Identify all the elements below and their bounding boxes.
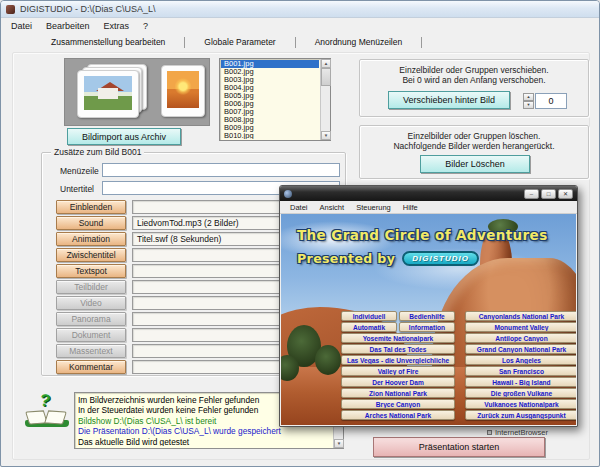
tab-zusammenstellung[interactable]: Zusammenstellung bearbeiten xyxy=(45,35,171,49)
menu-help[interactable]: ? xyxy=(136,20,155,32)
spinner-down-icon[interactable]: ▼ xyxy=(523,101,534,109)
menu-button-zion[interactable]: Zion National Park xyxy=(341,388,455,398)
menu-button-grosse-vulkane[interactable]: Die großen Vulkane xyxy=(465,388,576,398)
position-value[interactable]: 0 xyxy=(535,93,567,109)
video-button: Video xyxy=(56,296,126,310)
menu-button-individuell[interactable]: Individuell xyxy=(341,311,397,321)
delete-groupbox: Einzelbilder oder Gruppen löschen. Nachf… xyxy=(359,125,589,179)
menu-button-las-vegas[interactable]: Las Vegas - die Unvergleichliche xyxy=(341,355,455,365)
menu-bar: Datei Bearbeiten Extras ? xyxy=(1,18,599,33)
scroll-down-icon[interactable]: ▼ xyxy=(321,131,331,140)
menu-extras[interactable]: Extras xyxy=(97,20,137,32)
menuzeile-input[interactable] xyxy=(102,163,340,177)
internet-browser-label: InternetBrowser xyxy=(495,428,548,437)
tab-globale-parameter[interactable]: Globale Parameter xyxy=(198,35,281,49)
house-body xyxy=(98,88,117,100)
spinner-up-icon[interactable]: ▲ xyxy=(523,93,534,101)
menu-button-tal-des-todes[interactable]: Das Tal des Todes xyxy=(341,344,455,354)
slide-stack-front xyxy=(77,70,139,118)
internet-browser-option[interactable]: InternetBrowser xyxy=(487,428,548,437)
menu-button-bedienhilfe[interactable]: Bedienhilfe xyxy=(399,311,455,321)
menu-button-vulkanoes[interactable]: Vulkanoes Nationalpark xyxy=(465,399,576,409)
main-window: DIGISTUDIO - D:\(Dias C\USA_L\ Datei Bea… xyxy=(0,0,600,467)
help-book-icon: ? xyxy=(25,394,69,430)
image-list: B001.jpg B002.jpg B003.jpg B004.jpg B005… xyxy=(221,60,319,139)
menu-button-information[interactable]: Information xyxy=(399,322,455,332)
preview-window: – □ ✕ Datei Ansicht Steuerung Hilfe The … xyxy=(279,185,578,427)
preview-menu-hilfe[interactable]: Hilfe xyxy=(397,203,424,212)
digistudio-logo: DIGISTUDIO xyxy=(402,251,479,266)
presented-by-text: Presented by xyxy=(297,251,395,266)
menu-button-antilope-canyon[interactable]: Antilope Canyon xyxy=(465,333,576,343)
list-scrollbar[interactable]: ▲ ▼ xyxy=(320,59,330,140)
dokument-button: Dokument xyxy=(56,328,126,342)
slide-import-graphic xyxy=(64,58,210,126)
question-mark-icon: ? xyxy=(39,390,52,411)
delete-text-line2: Nachfolgende Bilder werden herangerückt. xyxy=(360,141,588,151)
menu-datei[interactable]: Datei xyxy=(4,20,39,32)
checkbox-icon[interactable] xyxy=(487,430,492,435)
preview-menu-steuerung[interactable]: Steuerung xyxy=(350,203,397,212)
preview-subheading-row: Presented by DIGISTUDIO xyxy=(297,251,479,266)
preview-heading: The Grand Circle of Adventures xyxy=(297,227,548,243)
kommentar-button[interactable]: Kommentar xyxy=(56,360,126,374)
menu-button-canyonlands[interactable]: Canyonlands National Park xyxy=(465,311,576,321)
preview-window-icon xyxy=(284,190,292,198)
status-line: Die Präsentation D:\(Dias C\USA_L\ wurde… xyxy=(78,426,331,436)
preview-menu-ansicht[interactable]: Ansicht xyxy=(314,203,351,212)
preview-title-bar[interactable]: – □ ✕ xyxy=(280,186,577,201)
animation-button[interactable]: Animation xyxy=(56,232,126,246)
scroll-thumb[interactable] xyxy=(321,68,331,86)
teilbilder-button: Teilbilder xyxy=(56,280,126,294)
preview-menu-datei[interactable]: Datei xyxy=(284,203,314,212)
position-spinner: ▲ ▼ 0 xyxy=(523,93,567,109)
untertitel-label: Untertitel xyxy=(60,184,94,194)
menu-button-san-francisco[interactable]: San Francisco xyxy=(465,366,576,376)
maximize-icon[interactable]: □ xyxy=(541,189,556,199)
bilder-loeschen-button[interactable]: Bilder Löschen xyxy=(420,155,530,173)
tab-separator xyxy=(184,37,185,48)
verschieben-button[interactable]: Verschieben hinter Bild xyxy=(388,91,510,109)
sound-button[interactable]: Sound xyxy=(56,216,126,230)
tab-separator xyxy=(421,37,422,48)
menu-button-yosemite[interactable]: Yosemite Nationalpark xyxy=(341,333,455,343)
zwischentitel-button[interactable]: Zwischentitel xyxy=(56,248,126,262)
delete-text-line1: Einzelbilder oder Gruppen löschen. xyxy=(360,131,588,141)
move-text-line2: Bei 0 wird an den Anfang verschoben. xyxy=(360,75,588,85)
title-bar[interactable]: DIGISTUDIO - D:\(Dias C\USA_L\ xyxy=(1,1,599,18)
praesentation-starten-button[interactable]: Präsentation starten xyxy=(373,437,545,457)
menu-button-valley-of-fire[interactable]: Valley of Fire xyxy=(341,366,455,376)
app-icon xyxy=(6,5,15,14)
menu-button-zurueck[interactable]: Zurück zum Ausgangspunkt xyxy=(465,410,576,420)
house-photo-thumbnail xyxy=(84,76,132,110)
close-icon[interactable]: ✕ xyxy=(558,189,573,199)
scroll-up-icon[interactable]: ▲ xyxy=(321,59,331,68)
menu-button-hoover-dam[interactable]: Der Hoover Dam xyxy=(341,377,455,387)
menu-button-automatik[interactable]: Automatik xyxy=(341,322,397,332)
list-item[interactable]: B010.jpg xyxy=(221,132,319,139)
move-groupbox: Einzelbilder oder Gruppen verschieben. B… xyxy=(359,59,589,117)
preview-menu-grid-left: Individuell Bedienhilfe Automatik Inform… xyxy=(341,311,455,421)
menu-button-arches[interactable]: Arches National Park xyxy=(341,410,455,420)
tab-bar: Zusammenstellung bearbeiten Globale Para… xyxy=(1,33,599,51)
menu-button-grand-canyon[interactable]: Grand Canyon National Park xyxy=(465,344,576,354)
panorama-button: Panorama xyxy=(56,312,126,326)
menu-button-hawaii[interactable]: Hawaii - Big Island xyxy=(465,377,576,387)
image-listbox[interactable]: B001.jpg B002.jpg B003.jpg B004.jpg B005… xyxy=(219,58,331,141)
menu-bearbeiten[interactable]: Bearbeiten xyxy=(39,20,97,32)
scroll-down-icon[interactable]: ▼ xyxy=(334,439,344,448)
tab-anordnung-menuzeilen[interactable]: Anordnung Menüzeilen xyxy=(309,35,408,49)
minimize-icon[interactable]: – xyxy=(524,189,539,199)
menu-button-los-angeles[interactable]: Los Angeles xyxy=(465,355,576,365)
bildimport-button[interactable]: Bildimport aus Archiv xyxy=(67,128,181,145)
menu-button-bryce[interactable]: Bryce Canyon xyxy=(341,399,455,409)
textspot-button[interactable]: Textspot xyxy=(56,264,126,278)
move-text-line1: Einzelbilder oder Gruppen verschieben. xyxy=(360,65,588,75)
preview-menu-bar: Datei Ansicht Steuerung Hilfe xyxy=(280,201,577,214)
window-title: DIGISTUDIO - D:\(Dias C\USA_L\ xyxy=(20,4,156,14)
menu-button-monument-valley[interactable]: Monument Valley xyxy=(465,322,576,332)
massentext-button: Massentext xyxy=(56,344,126,358)
einblenden-button[interactable]: Einblenden xyxy=(56,200,126,214)
tab-separator xyxy=(295,37,296,48)
preview-window-controls: – □ ✕ xyxy=(524,189,573,199)
